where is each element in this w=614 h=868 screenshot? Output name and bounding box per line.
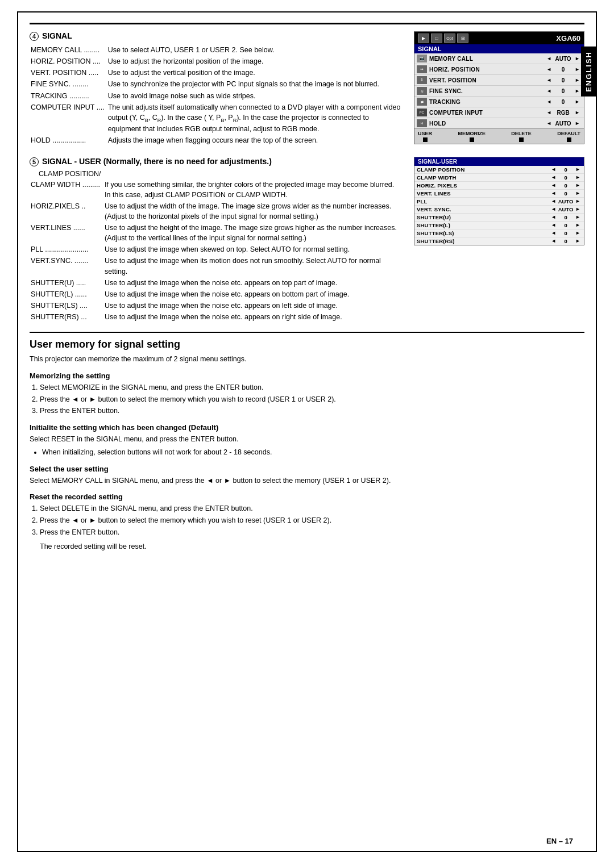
page-number: EN – 17 xyxy=(546,837,573,845)
user-memory-title: User memory for signal setting xyxy=(30,339,584,350)
xga-arrow-right-3: ► xyxy=(573,77,582,83)
xga-header-icons: ▶ □ Opt ⊞ xyxy=(418,34,468,43)
xga-signal-bar: SIGNAL xyxy=(414,44,584,53)
xga-icon-1: ▶ xyxy=(418,34,429,43)
xga-value-horiz-pos: 0 xyxy=(553,66,573,73)
su-row-clamp-pos: CLAMP POSITION ◄ 0 ► xyxy=(414,166,584,174)
su-value-vert-lines: 0 xyxy=(557,190,574,197)
xga-icon-2: □ xyxy=(431,34,442,43)
user-memory-intro: This projector can memorize the maximum … xyxy=(30,354,584,365)
su-label-shutter-l: SHUTTER(L) xyxy=(417,222,550,228)
xga60-panel: ▶ □ Opt ⊞ XGA60 SIGNAL 📷 MEMORY CALL ◄ A… xyxy=(414,31,584,147)
label-tracking: TRACKING .......... xyxy=(30,90,107,102)
su-panel-container: SIGNAL-USER CLAMP POSITION ◄ 0 ► CLAMP W… xyxy=(414,157,584,245)
table-row: PLL ...................... Use to adjust… xyxy=(30,244,403,255)
table-row: CLAMP WIDTH ......... If you use somethi… xyxy=(30,179,403,201)
su-value-shutter-ls: 0 xyxy=(557,230,574,236)
table-row: FINE SYNC. ........ Use to synchronize t… xyxy=(30,78,403,90)
section-5: 5 SIGNAL - USER (Normally, there is no n… xyxy=(30,157,584,323)
su-label-shutter-rs: SHUTTER(RS) xyxy=(417,238,550,244)
xga-label-vert-pos: VERT. POSITION xyxy=(429,77,545,84)
xga-arrow-left-1: ◄ xyxy=(545,56,553,61)
su-row-shutter-l: SHUTTER(L) ◄ 0 ► xyxy=(414,222,584,229)
section5-table: CLAMP WIDTH ......... If you use somethi… xyxy=(30,179,403,323)
label-pll: PLL ...................... xyxy=(30,244,103,255)
desc-vert-lines: Use to adjust the height of the image. T… xyxy=(103,222,403,244)
section5-heading-text: SIGNAL - USER xyxy=(42,157,101,166)
list-item: Press the ENTER button. xyxy=(40,406,584,416)
label-clamp-width: CLAMP WIDTH ......... xyxy=(30,179,103,201)
english-tab: ENGLISH xyxy=(581,47,597,97)
xga-icon-3: ⊞ xyxy=(457,34,468,43)
su-row-shutter-ls: SHUTTER(LS) ◄ 0 ► xyxy=(414,229,584,237)
desc-shutter-l: Use to adjust the image when the noise e… xyxy=(103,289,403,300)
xga-value-vert-pos: 0 xyxy=(553,77,573,84)
signal-user-panel: SIGNAL-USER CLAMP POSITION ◄ 0 ► CLAMP W… xyxy=(414,157,584,323)
desc-clamp-width: If you use something similar, the bright… xyxy=(103,179,403,201)
xga-arrow-right-6: ► xyxy=(573,110,582,115)
desc-shutter-rs: Use to adjust the image when the noise e… xyxy=(103,311,403,323)
memorizing-list: Select MEMORIZE in the SIGNAL menu, and … xyxy=(30,382,584,416)
list-item: Select MEMORIZE in the SIGNAL menu, and … xyxy=(40,382,584,393)
table-row: COMPUTER INPUT .... The unit adjusts its… xyxy=(30,102,403,135)
vert-pos-icon: ⇕ xyxy=(417,76,427,84)
table-row: VERT. POSITION ..... Use to adjust the v… xyxy=(30,67,403,78)
fine-sync-icon: ≋ xyxy=(417,87,427,95)
xga-arrow-right-7: ► xyxy=(573,120,582,126)
table-row: HORIZ.PIXELS .. Use to adjust the width … xyxy=(30,201,403,222)
su-label-vert-sync: VERT. SYNC. xyxy=(417,206,550,212)
page-border: ENGLISH 4 SIGNAL MEMORY CALL ........ Us… xyxy=(17,11,597,852)
top-border xyxy=(30,23,584,24)
label-shutter-ls: SHUTTER(LS) .... xyxy=(30,300,103,311)
su-label-vert-lines: VERT. LINES xyxy=(417,190,550,197)
xga-btn-delete: DELETE xyxy=(511,131,532,142)
xga-value-tracking: 0 xyxy=(553,99,573,105)
xga-value-hold: AUTO xyxy=(553,120,573,127)
section5-heading: 5 SIGNAL - USER (Normally, there is no n… xyxy=(30,157,403,166)
xga-value-fine-sync: 0 xyxy=(553,88,573,94)
xga-label-comp-input: COMPUTER INPUT xyxy=(429,110,545,116)
su-label-clamp-pos: CLAMP POSITION xyxy=(417,166,550,173)
xga-panel-container: ▶ □ Opt ⊞ XGA60 SIGNAL 📷 MEMORY CALL ◄ A… xyxy=(414,31,584,144)
clamp-heading: CLAMP POSITION/ xyxy=(30,170,403,178)
su-panel-header: SIGNAL-USER xyxy=(414,157,584,166)
su-label-shutter-ls: SHUTTER(LS) xyxy=(417,230,550,236)
xga-arrow-left-3: ◄ xyxy=(545,77,553,83)
label-horiz-pos: HORIZ. POSITION .... xyxy=(30,56,107,67)
xga-arrow-left-4: ◄ xyxy=(545,88,553,94)
horiz-pos-icon: ⇔ xyxy=(417,65,427,73)
circle-4: 4 xyxy=(30,32,39,41)
select-user-para: Select MEMORY CALL in SIGNAL menu, and p… xyxy=(30,475,584,486)
table-row: TRACKING .......... Use to avoid image n… xyxy=(30,90,403,102)
su-label-pll: PLL xyxy=(417,198,550,205)
xga-row-fine-sync: ≋ FINE SYNC. ◄ 0 ► xyxy=(414,86,584,97)
section4-heading: 4 SIGNAL xyxy=(30,31,403,41)
list-item: Press the ENTER button. xyxy=(40,527,584,538)
label-memory-call: MEMORY CALL ........ xyxy=(30,44,107,56)
desc-vert-sync: Use to adjust the image when its motion … xyxy=(103,255,403,277)
su-value-vert-sync: AUTO xyxy=(557,206,574,212)
tracking-icon: ⇌ xyxy=(417,98,427,106)
xga-row-comp-input: PC COMPUTER INPUT ◄ RGB ► xyxy=(414,107,584,118)
su-value-horiz-pixels: 0 xyxy=(557,182,574,189)
su-row-shutter-u: SHUTTER(U) ◄ 0 ► xyxy=(414,214,584,222)
label-shutter-l: SHUTTER(L) ...... xyxy=(30,289,103,300)
su-label-clamp-width: CLAMP WIDTH xyxy=(417,174,550,181)
desc-horiz-pixels: Use to adjust the width of the image. Th… xyxy=(103,201,403,222)
xga-row-vert-pos: ⇕ VERT. POSITION ◄ 0 ► xyxy=(414,75,584,86)
su-value-shutter-l: 0 xyxy=(557,222,574,228)
table-row: MEMORY CALL ........ Use to select AUTO,… xyxy=(30,44,403,56)
xga-arrow-right-5: ► xyxy=(573,99,582,105)
section4-table: MEMORY CALL ........ Use to select AUTO,… xyxy=(30,44,403,147)
desc-memory-call: Use to select AUTO, USER 1 or USER 2. Se… xyxy=(107,44,403,56)
su-row-clamp-width: CLAMP WIDTH ◄ 0 ► xyxy=(414,174,584,182)
xga-panel-header: ▶ □ Opt ⊞ XGA60 xyxy=(414,32,584,44)
label-horiz-pixels: HORIZ.PIXELS .. xyxy=(30,201,103,222)
xga-arrow-left-6: ◄ xyxy=(545,110,553,115)
xga-label-tracking: TRACKING xyxy=(429,99,545,105)
xga-label-horiz-pos: HORIZ. POSITION xyxy=(429,66,545,73)
xga-btn-user: USER xyxy=(418,131,432,142)
xga-label-memory-call: MEMORY CALL xyxy=(429,56,545,62)
su-row-vert-sync: VERT. SYNC. ◄ AUTO ► xyxy=(414,206,584,214)
xga-arrow-right-4: ► xyxy=(573,88,582,94)
